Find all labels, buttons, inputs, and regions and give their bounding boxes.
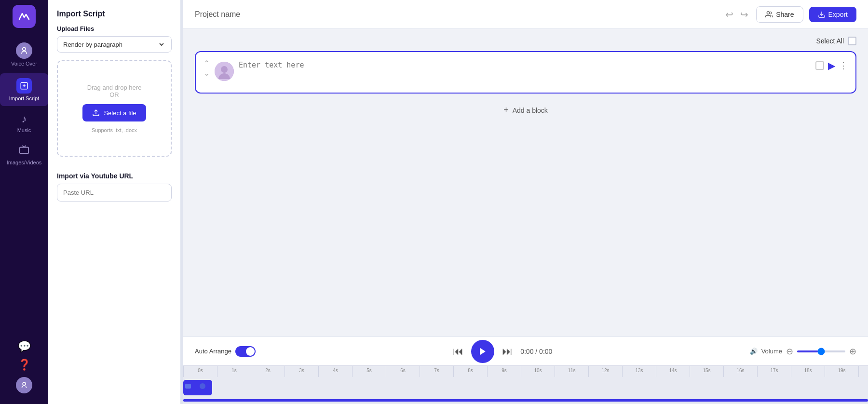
volume-slider[interactable] bbox=[797, 350, 845, 352]
render-dropdown[interactable]: Render by paragraph bbox=[57, 36, 172, 53]
volume-control: 🔊 Volume ⊖ ⊕ bbox=[750, 346, 856, 357]
timeline-track[interactable] bbox=[183, 377, 868, 398]
timeline-tick-12s: 12s bbox=[588, 366, 622, 377]
chat-icon[interactable]: 💬 bbox=[18, 340, 31, 353]
svg-rect-4 bbox=[20, 148, 28, 154]
voice-avatar bbox=[215, 62, 234, 81]
skip-back-button[interactable]: ⏮ bbox=[453, 345, 463, 358]
upload-dropzone[interactable]: Drag and drop here OR Select a file Supp… bbox=[57, 60, 172, 157]
sidebar-item-import-script[interactable]: Import Script bbox=[0, 73, 48, 106]
sidebar-label-voice-over: Voice Over bbox=[11, 61, 37, 67]
panel-title: Import Script bbox=[48, 0, 180, 25]
sidebar-item-voice-over[interactable]: Voice Over bbox=[0, 38, 48, 71]
add-block-row[interactable]: + Add a block bbox=[195, 100, 856, 120]
skip-forward-button[interactable]: ⏭ bbox=[502, 345, 513, 358]
timeline-tick-13s: 13s bbox=[622, 366, 656, 377]
timeline-tick-9s: 9s bbox=[487, 366, 521, 377]
add-block-plus-icon: + bbox=[503, 105, 509, 115]
music-icon: ♪ bbox=[22, 113, 27, 125]
svg-point-7 bbox=[767, 12, 770, 14]
script-area: Select All ⌃ ⌄ ▶ ⋮ bbox=[183, 29, 868, 337]
export-button[interactable]: Export bbox=[809, 7, 856, 22]
block-reorder-controls: ⌃ ⌄ bbox=[203, 58, 210, 77]
project-name: Project name bbox=[195, 10, 718, 19]
select-all-checkbox[interactable] bbox=[848, 37, 856, 45]
timeline-tick-16s: 16s bbox=[723, 366, 757, 377]
block-actions: ▶ ⋮ bbox=[815, 60, 848, 71]
sidebar-label-import-script: Import Script bbox=[9, 95, 39, 101]
youtube-section-title: Import via Youtube URL bbox=[48, 164, 180, 184]
block-checkbox[interactable] bbox=[815, 61, 824, 70]
transport-bar: Auto Arrange ⏮ ⏭ 0:00 / 0:00 🔊 Volume ⊖ … bbox=[183, 337, 868, 365]
timeline-tick-3s: 3s bbox=[285, 366, 318, 377]
help-icon[interactable]: ❓ bbox=[18, 359, 31, 371]
app-logo[interactable] bbox=[13, 5, 36, 28]
script-block: ⌃ ⌄ ▶ ⋮ bbox=[195, 51, 856, 94]
youtube-input-container bbox=[48, 184, 180, 209]
user-avatar[interactable] bbox=[16, 377, 32, 393]
timeline-scrollbar[interactable] bbox=[183, 399, 868, 402]
sidebar-label-images-videos: Images/Videos bbox=[7, 160, 42, 165]
select-file-button[interactable]: Select a file bbox=[82, 104, 146, 121]
time-separator: / bbox=[535, 348, 539, 355]
timeline-tick-18s: 18s bbox=[791, 366, 825, 377]
timeline-tick-0s: 0s bbox=[183, 366, 217, 377]
timeline-clip[interactable] bbox=[183, 380, 212, 395]
select-all-label: Select All bbox=[816, 37, 844, 45]
svg-marker-11 bbox=[480, 348, 486, 355]
svg-point-5 bbox=[23, 382, 26, 385]
timeline-tick-20s: 2 bbox=[858, 366, 868, 377]
sidebar-bottom: 💬 ❓ bbox=[16, 340, 32, 399]
voice-over-avatar bbox=[16, 42, 32, 59]
auto-arrange-toggle[interactable] bbox=[235, 346, 256, 357]
share-button[interactable]: Share bbox=[756, 6, 803, 23]
time-display: 0:00 / 0:00 bbox=[520, 348, 552, 355]
timeline-tick-5s: 5s bbox=[352, 366, 386, 377]
time-total: 0:00 bbox=[539, 348, 552, 355]
block-play-button[interactable]: ▶ bbox=[828, 60, 835, 71]
block-text-input[interactable] bbox=[239, 58, 811, 87]
redo-button[interactable]: ↪ bbox=[738, 7, 750, 22]
drag-text: Drag and drop here OR bbox=[87, 84, 142, 98]
select-file-label: Select a file bbox=[104, 109, 136, 117]
timeline-tick-11s: 11s bbox=[555, 366, 588, 377]
youtube-url-input[interactable] bbox=[57, 184, 172, 202]
upload-label: Upload Files bbox=[57, 25, 172, 32]
timeline-tick-17s: 17s bbox=[757, 366, 791, 377]
timeline-tick-7s: 7s bbox=[420, 366, 453, 377]
images-videos-icon bbox=[19, 145, 29, 158]
volume-icon: 🔊 bbox=[750, 348, 758, 355]
main-content: Project name ↩ ↪ Share Export Select All… bbox=[183, 0, 868, 404]
topbar: Project name ↩ ↪ Share Export bbox=[183, 0, 868, 29]
timeline-tick-19s: 19s bbox=[825, 366, 858, 377]
timeline-tick-8s: 8s bbox=[453, 366, 487, 377]
time-current: 0:00 bbox=[520, 348, 533, 355]
svg-point-10 bbox=[221, 66, 228, 73]
sidebar-item-images-videos[interactable]: Images/Videos bbox=[0, 140, 48, 170]
auto-arrange-label: Auto Arrange bbox=[195, 348, 231, 355]
timeline-tick-15s: 15s bbox=[690, 366, 723, 377]
add-block-label: Add a block bbox=[513, 107, 548, 114]
block-down-button[interactable]: ⌄ bbox=[203, 69, 210, 77]
zoom-out-button[interactable]: ⊖ bbox=[786, 346, 793, 357]
volume-label: Volume bbox=[761, 348, 782, 355]
select-all-row: Select All bbox=[195, 37, 856, 45]
zoom-in-button[interactable]: ⊕ bbox=[849, 346, 856, 357]
timeline-tick-10s: 10s bbox=[521, 366, 555, 377]
block-up-button[interactable]: ⌃ bbox=[203, 60, 210, 67]
timeline: 0s 1s 2s 3s 4s 5s 6s 7s 8s 9s 10s 11s 12… bbox=[183, 365, 868, 404]
upload-dropzone-section: Drag and drop here OR Select a file Supp… bbox=[48, 60, 180, 164]
transport-controls: ⏮ ⏭ 0:00 / 0:00 bbox=[453, 340, 552, 363]
share-icon bbox=[765, 11, 773, 18]
play-pause-button[interactable] bbox=[471, 340, 494, 363]
export-icon bbox=[818, 11, 826, 18]
clip-thumbnail bbox=[183, 380, 212, 395]
import-script-icon bbox=[16, 78, 32, 94]
block-more-button[interactable]: ⋮ bbox=[839, 60, 848, 71]
sidebar-label-music: Music bbox=[17, 127, 31, 133]
play-icon bbox=[478, 347, 488, 356]
sidebar-item-music[interactable]: ♪ Music bbox=[0, 108, 48, 138]
svg-point-0 bbox=[23, 47, 26, 51]
undo-button[interactable]: ↩ bbox=[723, 7, 735, 22]
upload-icon bbox=[92, 109, 100, 117]
